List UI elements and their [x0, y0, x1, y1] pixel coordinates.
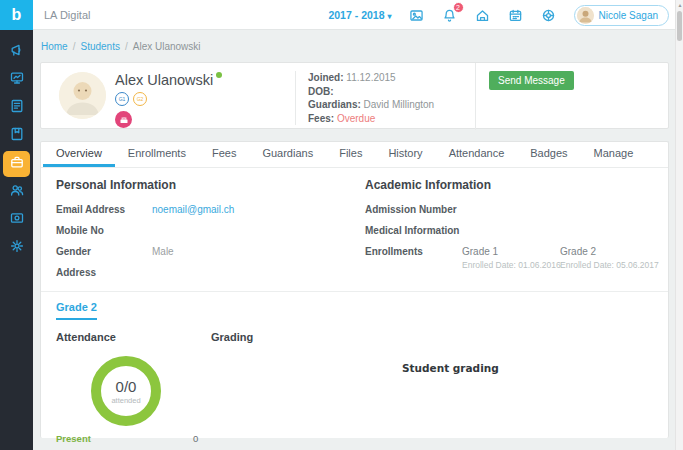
joined-value: 11.12.2015	[346, 72, 395, 83]
presentation-board-icon	[9, 70, 25, 90]
guardians-label: Guardians:	[308, 99, 361, 110]
enrollment-grade-name: Grade 2	[560, 246, 659, 257]
sidebar-item-briefcase[interactable]	[0, 150, 33, 178]
chevron-down-icon: ▾	[388, 12, 392, 21]
breadcrumb-students[interactable]: Students	[80, 41, 119, 52]
enrollments-label: Enrollments	[365, 246, 423, 257]
tab-files[interactable]: Files	[326, 142, 375, 167]
section-divider	[41, 291, 668, 292]
gender-label: Gender	[56, 246, 91, 257]
sidebar-item-students[interactable]	[0, 178, 33, 206]
grade-2-subtab[interactable]: Grade 2	[56, 301, 97, 320]
scrollbar-up-arrow[interactable]: ▲	[676, 1, 683, 10]
send-message-button[interactable]: Send Message	[489, 71, 574, 90]
tab-guardians[interactable]: Guardians	[249, 142, 326, 167]
attendance-title: Attendance	[56, 331, 116, 343]
fees-status: Overdue	[337, 113, 375, 124]
address-label: Address	[56, 267, 96, 278]
enrollment-grade-1: Grade 1 Enrolled Date: 01.06.2016	[462, 246, 561, 270]
home-icon[interactable]	[475, 7, 491, 23]
tab-fees[interactable]: Fees	[199, 142, 249, 167]
student-tabs: Overview Enrollments Fees Guardians File…	[41, 142, 668, 168]
fees-line: Fees: Overdue	[308, 112, 473, 126]
birthday-cake-icon[interactable]	[115, 111, 132, 128]
mobile-label: Mobile No	[56, 225, 104, 236]
gear-icon	[9, 238, 25, 258]
student-avatar	[59, 72, 106, 119]
user-avatar	[577, 7, 594, 24]
breadcrumb-separator: /	[73, 41, 76, 52]
app-window: b LA Digital 2017 - 2018▾ 2	[0, 0, 683, 450]
app-name: LA Digital	[44, 0, 90, 30]
enrollment-grade-2: Grade 2 Enrolled Date: 05.06.2017	[560, 246, 659, 270]
dob-line: DOB:	[308, 85, 473, 99]
school-year-label: 2017 - 2018	[328, 9, 384, 21]
guardians-value: David Millington	[364, 99, 435, 110]
sidebar-item-announcements[interactable]	[0, 38, 33, 66]
sidebar-item-library[interactable]	[0, 122, 33, 150]
tab-manage[interactable]: Manage	[581, 142, 647, 167]
medical-info-label: Medical Information	[365, 225, 459, 236]
tab-history[interactable]: History	[375, 142, 435, 167]
email-label: Email Address	[56, 204, 125, 215]
online-status-dot	[216, 72, 222, 78]
breadcrumb-separator: /	[125, 41, 128, 52]
student-detail-card: Overview Enrollments Fees Guardians File…	[40, 141, 669, 438]
scrollbar-thumb[interactable]	[677, 11, 682, 41]
book-icon	[9, 126, 25, 146]
breadcrumb-current: Alex Ulanowski	[133, 41, 201, 52]
admission-number-label: Admission Number	[365, 204, 457, 215]
main-content: Home / Students / Alex Ulanowski Alex Ul…	[33, 30, 675, 450]
enrollment-date: Enrolled Date: 01.06.2016	[462, 260, 561, 270]
users-icon	[9, 182, 25, 202]
grade-badge-g2[interactable]: G2	[133, 92, 147, 106]
present-label: Present	[56, 433, 91, 444]
user-name: Nicole Sagan	[599, 10, 658, 21]
megaphone-icon	[9, 42, 25, 62]
user-menu[interactable]: Nicole Sagan	[574, 5, 669, 26]
report-document-icon	[9, 98, 25, 118]
school-year-selector[interactable]: 2017 - 2018▾	[328, 9, 391, 21]
dob-label: DOB:	[308, 86, 334, 97]
fees-label: Fees:	[308, 113, 334, 124]
notification-count-badge: 2	[453, 2, 464, 13]
student-name: Alex Ulanowski	[115, 72, 213, 88]
notifications-bell-icon[interactable]: 2	[442, 7, 458, 23]
student-name-block: Alex Ulanowski G1 G2	[115, 71, 222, 128]
joined-line: Joined: 11.12.2015	[308, 71, 473, 85]
student-grading-chart-title: Student grading	[402, 362, 499, 374]
topbar-actions: 2017 - 2018▾ 2	[328, 0, 669, 30]
enrollment-grade-name: Grade 1	[462, 246, 561, 257]
tab-attendance[interactable]: Attendance	[436, 142, 518, 167]
attendance-ratio: 0/0	[116, 378, 137, 395]
id-card-icon	[9, 210, 25, 230]
profile-actions: Send Message	[475, 63, 665, 130]
sidebar-item-reports[interactable]	[0, 94, 33, 122]
tab-overview[interactable]: Overview	[43, 142, 115, 167]
top-bar: b LA Digital 2017 - 2018▾ 2	[0, 0, 675, 30]
tab-enrollments[interactable]: Enrollments	[115, 142, 199, 167]
enrollment-date: Enrolled Date: 05.06.2017	[560, 260, 659, 270]
sidebar-item-classes[interactable]	[0, 66, 33, 94]
email-value[interactable]: noemail@gmail.ch	[152, 204, 234, 215]
sidebar-nav	[0, 30, 33, 450]
page-scrollbar[interactable]: ▲	[675, 0, 683, 450]
grade-badge-g1[interactable]: G1	[115, 92, 129, 106]
grade-badges: G1 G2	[115, 92, 222, 106]
gender-value: Male	[152, 246, 174, 257]
sidebar-item-cards[interactable]	[0, 206, 33, 234]
academic-info-title: Academic Information	[365, 178, 491, 192]
sidebar-item-settings[interactable]	[0, 234, 33, 262]
guardians-line: Guardians: David Millington	[308, 98, 473, 112]
joined-label: Joined:	[308, 72, 344, 83]
present-value: 0	[193, 433, 198, 444]
app-logo[interactable]: b	[0, 0, 33, 30]
breadcrumb-home[interactable]: Home	[41, 41, 68, 52]
calendar-icon[interactable]	[508, 7, 524, 23]
tab-badges[interactable]: Badges	[517, 142, 580, 167]
personal-info-title: Personal Information	[56, 178, 176, 192]
gallery-icon[interactable]	[409, 7, 425, 23]
support-icon[interactable]	[541, 7, 557, 23]
student-profile-card: Alex Ulanowski G1 G2 Joined: 11.12.2015	[40, 62, 669, 129]
attendance-donut-label: attended	[111, 396, 140, 405]
